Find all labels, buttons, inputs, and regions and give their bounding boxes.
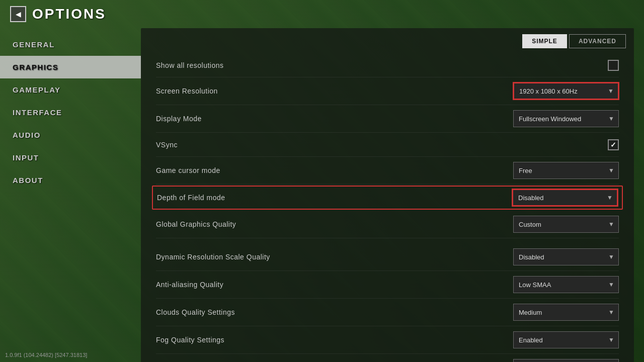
game-cursor-control: Free ▼	[513, 162, 619, 179]
sidebar-item-gameplay[interactable]: GAMEPLAY	[0, 78, 141, 101]
fog-arrow: ▼	[608, 336, 614, 343]
anti-aliasing-dropdown[interactable]: Low SMAA ▼	[513, 276, 619, 293]
anti-aliasing-arrow: ▼	[608, 281, 614, 288]
setting-row-vsync: VSync	[156, 133, 619, 157]
setting-row-show-all-res: Show all resolutions	[156, 53, 619, 77]
global-graphics-control: Custom ▼	[513, 216, 619, 233]
tab-simple[interactable]: SIMPLE	[522, 34, 567, 48]
dynamic-res-value: Disabled	[519, 253, 544, 261]
global-graphics-dropdown[interactable]: Custom ▼	[513, 216, 619, 233]
sidebar-item-interface[interactable]: INTERFACE	[0, 101, 141, 124]
show-all-res-control	[513, 60, 619, 71]
clouds-arrow: ▼	[608, 309, 614, 316]
main-panel: SIMPLE ADVANCED Show all resolutions Scr…	[141, 28, 634, 362]
back-icon: ◀	[16, 10, 21, 18]
setting-row-clouds: Clouds Quality Settings Medium ▼	[156, 299, 619, 326]
sidebar-item-graphics[interactable]: GRAPHICS	[0, 56, 141, 78]
display-mode-arrow: ▼	[608, 115, 614, 122]
setting-row-fog: Fog Quality Settings Enabled ▼	[156, 326, 619, 354]
setting-row-anti-aliasing: Anti-aliasing Quality Low SMAA ▼	[156, 271, 619, 299]
sidebar-item-input[interactable]: INPUT	[0, 146, 141, 169]
tab-bar: SIMPLE ADVANCED	[141, 28, 634, 48]
show-all-res-checkbox[interactable]	[608, 60, 619, 71]
game-cursor-label: Game cursor mode	[156, 166, 513, 174]
anti-aliasing-control: Low SMAA ▼	[513, 276, 619, 293]
display-mode-dropdown[interactable]: Fullscreen Windowed ▼	[513, 110, 619, 127]
setting-row-screen-res: Screen Resolution 1920 x 1080 x 60Hz ▼	[156, 77, 619, 105]
vsync-control	[513, 139, 619, 150]
clouds-control: Medium ▼	[513, 304, 619, 321]
dynamic-res-dropdown[interactable]: Disabled ▼	[513, 248, 619, 265]
sidebar-item-about[interactable]: ABOUT	[0, 169, 141, 192]
dynamic-res-arrow: ▼	[608, 253, 614, 260]
vsync-label: VSync	[156, 141, 513, 149]
vsync-checkbox[interactable]	[608, 139, 619, 150]
dynamic-res-control: Disabled ▼	[513, 248, 619, 265]
dof-value: Disabled	[518, 194, 544, 202]
dof-dropdown[interactable]: Disabled ▼	[512, 189, 618, 206]
fog-dropdown[interactable]: Enabled ▼	[513, 331, 619, 348]
fog-value: Enabled	[519, 336, 543, 344]
screen-res-value: 1920 x 1080 x 60Hz	[519, 87, 578, 95]
screen-res-dropdown[interactable]: 1920 x 1080 x 60Hz ▼	[513, 82, 619, 100]
dof-arrow: ▼	[607, 194, 613, 201]
global-graphics-label: Global Graphics Quality	[156, 220, 513, 228]
game-cursor-value: Free	[519, 167, 532, 174]
setting-row-game-cursor: Game cursor mode Free ▼	[156, 157, 619, 185]
display-mode-label: Display Mode	[156, 115, 513, 123]
sidebar: GENERAL GRAPHICS GAMEPLAY INTERFACE AUDI…	[0, 28, 141, 362]
setting-row-dof: Depth of Field mode Disabled ▼	[152, 186, 623, 210]
page-title: OPTIONS	[32, 6, 106, 22]
anti-aliasing-label: Anti-aliasing Quality	[156, 281, 513, 289]
game-cursor-dropdown[interactable]: Free ▼	[513, 162, 619, 179]
back-button[interactable]: ◀	[10, 6, 26, 22]
settings-list: Show all resolutions Screen Resolution 1…	[141, 48, 634, 362]
screen-res-control: 1920 x 1080 x 60Hz ▼	[513, 82, 619, 100]
dof-control: Disabled ▼	[512, 189, 618, 206]
screen-res-arrow: ▼	[608, 87, 614, 95]
setting-row-display-mode: Display Mode Fullscreen Windowed ▼	[156, 105, 619, 133]
show-all-res-label: Show all resolutions	[156, 61, 513, 69]
version-text: 1.0.9f1 (104.24482) [5247.31813]	[5, 352, 87, 358]
sidebar-item-audio[interactable]: AUDIO	[0, 124, 141, 146]
dof-label: Depth of Field mode	[157, 194, 512, 202]
global-graphics-value: Custom	[519, 221, 541, 228]
anti-aliasing-value: Low SMAA	[519, 281, 551, 289]
display-mode-value: Fullscreen Windowed	[519, 115, 581, 123]
tab-advanced[interactable]: ADVANCED	[569, 34, 626, 48]
display-mode-control: Fullscreen Windowed ▼	[513, 110, 619, 127]
fog-control: Enabled ▼	[513, 331, 619, 348]
clouds-label: Clouds Quality Settings	[156, 308, 513, 316]
clouds-value: Medium	[519, 309, 542, 316]
spacer	[156, 238, 619, 243]
dynamic-res-label: Dynamic Resolution Scale Quality	[156, 253, 513, 261]
setting-row-dynamic-res: Dynamic Resolution Scale Quality Disable…	[156, 243, 619, 271]
game-cursor-arrow: ▼	[608, 167, 614, 174]
screen-res-label: Screen Resolution	[156, 87, 513, 95]
sidebar-item-general[interactable]: GENERAL	[0, 33, 141, 56]
global-graphics-arrow: ▼	[608, 221, 614, 228]
clouds-dropdown[interactable]: Medium ▼	[513, 304, 619, 321]
setting-row-global-graphics: Global Graphics Quality Custom ▼	[156, 211, 619, 238]
volumetrics-control: Disabled ▼	[513, 359, 619, 362]
setting-row-volumetrics: Volumetrics Quality Settings Disabled ▼	[156, 354, 619, 362]
fog-label: Fog Quality Settings	[156, 336, 513, 344]
volumetrics-dropdown[interactable]: Disabled ▼	[513, 359, 619, 362]
